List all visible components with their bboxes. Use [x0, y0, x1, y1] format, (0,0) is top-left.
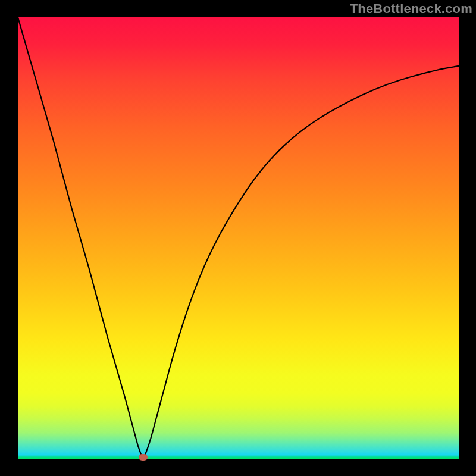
- plot-area: [18, 17, 459, 459]
- chart-frame: TheBottleneck.com: [0, 0, 476, 476]
- watermark-text: TheBottleneck.com: [350, 1, 472, 17]
- optimum-marker: [139, 454, 148, 461]
- bottleneck-curve: [18, 17, 459, 459]
- curve-path: [18, 17, 459, 459]
